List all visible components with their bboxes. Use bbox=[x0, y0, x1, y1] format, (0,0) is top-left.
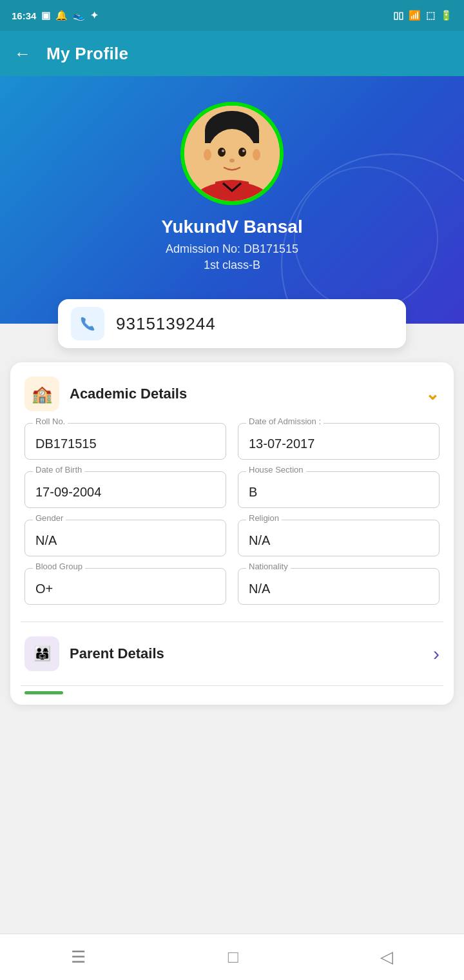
status-notif1-icon: 🔔 bbox=[55, 10, 68, 21]
status-battery-icon: 🔋 bbox=[440, 10, 452, 21]
phone-card-wrapper: 9315139244 bbox=[0, 299, 464, 348]
svg-point-12 bbox=[253, 149, 260, 161]
page-title: My Profile bbox=[46, 44, 128, 64]
back-triangle-icon: ◁ bbox=[380, 947, 393, 967]
nav-home-button[interactable]: □ bbox=[228, 947, 238, 967]
field-date-admission: Date of Admission : 13-07-2017 bbox=[238, 423, 440, 460]
value-dob: 17-09-2004 bbox=[35, 485, 215, 500]
status-bar: 16:34 ▣ 🔔 👟 ✦ ▯▯ 📶 ⬚ 🔋 bbox=[0, 0, 464, 31]
svg-point-5 bbox=[208, 129, 256, 183]
field-religion: Religion N/A bbox=[238, 520, 440, 556]
field-dob: Date of Birth 17-09-2004 bbox=[24, 471, 226, 508]
status-sim-icon: ▣ bbox=[41, 10, 50, 21]
value-house-section: B bbox=[249, 485, 429, 500]
status-vibrate-icon: ▯▯ bbox=[393, 10, 403, 21]
svg-point-10 bbox=[229, 159, 235, 162]
label-roll-no: Roll No. bbox=[33, 416, 68, 426]
back-button[interactable]: ← bbox=[14, 44, 31, 64]
profile-admission: Admission No: DB171515 bbox=[166, 242, 298, 256]
section-divider-1 bbox=[21, 622, 443, 622]
academic-section-header[interactable]: 🏫 Academic Details ⌄ bbox=[10, 362, 454, 423]
value-blood-group: O+ bbox=[35, 582, 215, 596]
section-divider-2 bbox=[21, 685, 443, 686]
field-blood-group: Blood Group O+ bbox=[24, 568, 226, 605]
status-wifi-icon: 📶 bbox=[409, 10, 421, 21]
svg-point-9 bbox=[242, 150, 245, 152]
label-house-section: House Section bbox=[246, 465, 306, 475]
label-blood-group: Blood Group bbox=[33, 562, 85, 571]
profile-class: 1st class-B bbox=[204, 259, 260, 272]
value-religion: N/A bbox=[249, 533, 429, 548]
status-screen-icon: ⬚ bbox=[426, 10, 435, 21]
app-bar: ← My Profile bbox=[0, 31, 464, 76]
svg-point-6 bbox=[218, 148, 226, 157]
field-house-section: House Section B bbox=[238, 471, 440, 508]
status-time: 16:34 bbox=[12, 10, 36, 21]
svg-point-7 bbox=[238, 148, 246, 157]
square-icon: □ bbox=[228, 947, 238, 967]
nav-menu-button[interactable]: ☰ bbox=[71, 947, 86, 967]
decoration-line bbox=[24, 691, 63, 694]
status-bt-icon: ✦ bbox=[90, 10, 99, 21]
status-notif2-icon: 👟 bbox=[73, 10, 85, 21]
label-gender: Gender bbox=[33, 513, 66, 523]
nav-back-button[interactable]: ◁ bbox=[380, 947, 393, 967]
value-gender: N/A bbox=[35, 533, 215, 548]
parent-section-header[interactable]: 👨‍👩‍👧 Parent Details › bbox=[10, 625, 454, 683]
profile-banner: YukundV Bansal Admission No: DB171515 1s… bbox=[0, 76, 464, 324]
svg-point-11 bbox=[204, 149, 211, 161]
phone-icon bbox=[71, 307, 104, 340]
avatar bbox=[180, 102, 284, 205]
label-religion: Religion bbox=[246, 513, 282, 523]
parent-icon: 👨‍👩‍👧 bbox=[34, 645, 51, 662]
field-gender: Gender N/A bbox=[24, 520, 226, 556]
academic-icon: 🏫 bbox=[32, 384, 52, 404]
value-roll-no: DB171515 bbox=[35, 436, 215, 451]
svg-point-8 bbox=[222, 150, 224, 152]
academic-fields-grid: Roll No. DB171515 Date of Admission : 13… bbox=[10, 423, 454, 619]
main-card: 🏫 Academic Details ⌄ Roll No. DB171515 D… bbox=[10, 362, 454, 705]
academic-chevron-icon: ⌄ bbox=[425, 384, 440, 404]
academic-title: Academic Details bbox=[70, 386, 415, 402]
label-date-admission: Date of Admission : bbox=[246, 416, 324, 426]
hamburger-icon: ☰ bbox=[71, 947, 86, 967]
parent-chevron-icon: › bbox=[433, 643, 440, 665]
field-roll-no: Roll No. DB171515 bbox=[24, 423, 226, 460]
parent-title: Parent Details bbox=[70, 645, 423, 662]
academic-icon-box: 🏫 bbox=[24, 377, 59, 411]
value-nationality: N/A bbox=[249, 582, 429, 596]
label-dob: Date of Birth bbox=[33, 465, 84, 475]
phone-number: 9315139244 bbox=[116, 314, 216, 334]
label-nationality: Nationality bbox=[246, 562, 291, 571]
value-date-admission: 13-07-2017 bbox=[249, 436, 429, 451]
phone-card[interactable]: 9315139244 bbox=[58, 299, 406, 348]
bottom-nav: ☰ □ ◁ bbox=[0, 934, 464, 980]
field-nationality: Nationality N/A bbox=[238, 568, 440, 605]
profile-name: YukundV Bansal bbox=[161, 217, 302, 237]
parent-icon-box: 👨‍👩‍👧 bbox=[24, 636, 59, 671]
